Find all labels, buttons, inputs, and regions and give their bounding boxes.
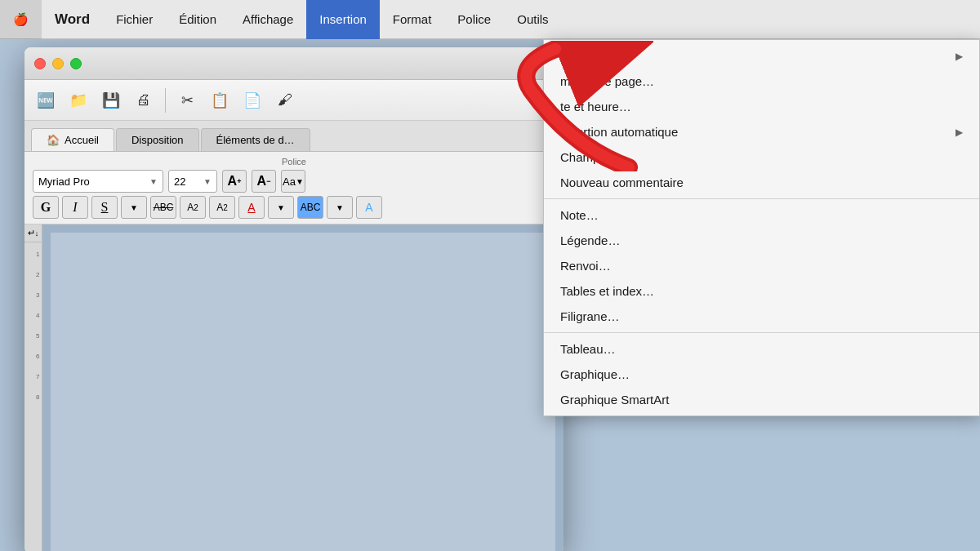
ruler-mark-1: 1 bbox=[36, 251, 39, 258]
tab-elements[interactable]: Éléments de d… bbox=[201, 128, 310, 151]
toolbar: 🆕 📁 💾 🖨 ✂ 📋 📄 🖌 bbox=[24, 80, 564, 121]
ribbon-tabs: 🏠 Accueil Disposition Éléments de d… bbox=[24, 121, 564, 152]
tab-disposition[interactable]: Disposition bbox=[116, 128, 199, 151]
dd-renvoi[interactable]: Renvoi… bbox=[544, 253, 979, 278]
font-color-arrow[interactable]: ▼ bbox=[268, 196, 294, 219]
dd-note[interactable]: Note… bbox=[544, 202, 979, 228]
strikethrough-button[interactable]: ABC bbox=[150, 196, 176, 219]
dd-numeros[interactable]: méros de page… bbox=[544, 69, 979, 94]
ruler-mark-5: 5 bbox=[36, 332, 39, 340]
dd-smartart[interactable]: Graphique SmartArt bbox=[544, 387, 979, 412]
superscript-button[interactable]: A2 bbox=[180, 196, 206, 219]
maximize-button[interactable] bbox=[70, 58, 82, 69]
font-increase-button[interactable]: A+ bbox=[222, 170, 247, 193]
apple-logo: 🍎 bbox=[13, 12, 29, 27]
dd-graphique[interactable]: Graphique… bbox=[544, 362, 979, 387]
cut-button[interactable]: ✂ bbox=[172, 86, 202, 115]
print-button[interactable]: 🖨 bbox=[129, 86, 158, 115]
dd-date[interactable]: te et heure… bbox=[544, 94, 979, 119]
dd-saut[interactable]: ut ▶ bbox=[544, 43, 979, 69]
ruler-mark-6: 6 bbox=[36, 353, 39, 360]
subscript-button[interactable]: A2 bbox=[209, 196, 235, 219]
dd-auto-arrow: ▶ bbox=[956, 127, 963, 138]
dd-legende[interactable]: Légende… bbox=[544, 228, 979, 253]
font-name-select[interactable]: Myriad Pro ▼ bbox=[33, 170, 163, 193]
ruler-mark-3: 3 bbox=[36, 291, 39, 299]
open-button[interactable]: 📁 bbox=[64, 86, 93, 115]
font-decrease-button[interactable]: A− bbox=[252, 170, 276, 193]
dd-saut-arrow: ▶ bbox=[956, 51, 963, 62]
minimize-button[interactable] bbox=[52, 58, 64, 69]
menu-affichage[interactable]: Affichage bbox=[229, 0, 306, 39]
dd-filigrane[interactable]: Filigrane… bbox=[544, 304, 979, 329]
font-panel: Police Myriad Pro ▼ 22 ▼ A+ A− Aa▼ G I S… bbox=[24, 152, 564, 224]
tab-accueil[interactable]: 🏠 Accueil bbox=[31, 128, 114, 151]
insertion-dropdown: ut ▶ méros de page… te et heure… Inserti… bbox=[543, 39, 980, 416]
toolbar-sep-1 bbox=[165, 88, 166, 113]
underline-arrow[interactable]: ▼ bbox=[121, 196, 147, 219]
dd-insertion-auto[interactable]: Insertion automatique ▶ bbox=[544, 119, 979, 144]
word-window: 🆕 📁 💾 🖨 ✂ 📋 📄 🖌 🏠 Accueil Disposition Él… bbox=[24, 47, 564, 551]
font-name-arrow: ▼ bbox=[149, 177, 158, 186]
title-bar bbox=[24, 47, 564, 80]
copy-button[interactable]: 📋 bbox=[205, 86, 234, 115]
clear-format-button[interactable]: A bbox=[356, 196, 382, 219]
menu-outils[interactable]: Outils bbox=[504, 0, 561, 39]
italic-button[interactable]: I bbox=[62, 196, 88, 219]
dd-champ[interactable]: Champ… bbox=[544, 144, 979, 170]
save-button[interactable]: 💾 bbox=[96, 86, 126, 115]
page-area[interactable] bbox=[42, 224, 564, 551]
menu-insertion[interactable]: Insertion bbox=[306, 0, 380, 39]
menu-word[interactable]: Word bbox=[42, 0, 103, 39]
ruler-mark-4: 4 bbox=[36, 312, 39, 319]
highlight-button[interactable]: ABC bbox=[297, 196, 323, 219]
ruler-mark-7: 7 bbox=[36, 373, 39, 380]
home-icon: 🏠 bbox=[47, 134, 60, 146]
font-size-select[interactable]: 22 ▼ bbox=[168, 170, 217, 193]
document-area: ↵↓ 1 2 3 4 5 6 7 8 bbox=[24, 224, 564, 551]
menu-edition[interactable]: Édition bbox=[166, 0, 229, 39]
close-button[interactable] bbox=[34, 58, 46, 69]
apple-menu[interactable]: 🍎 bbox=[0, 0, 42, 39]
underline-button[interactable]: S bbox=[91, 196, 118, 219]
dd-separator-2 bbox=[544, 332, 979, 333]
ruler-mark-2: 2 bbox=[36, 271, 39, 278]
new-button[interactable]: 🆕 bbox=[31, 86, 60, 115]
document-page[interactable] bbox=[51, 233, 555, 551]
dd-commentaire[interactable]: Nouveau commentaire bbox=[544, 170, 979, 195]
ruler-mark-8: 8 bbox=[36, 393, 39, 401]
menu-fichier[interactable]: Fichier bbox=[103, 0, 166, 39]
bold-button[interactable]: G bbox=[33, 196, 59, 219]
menu-format[interactable]: Format bbox=[380, 0, 445, 39]
font-size-arrow: ▼ bbox=[203, 177, 212, 186]
paste-button[interactable]: 📄 bbox=[238, 86, 267, 115]
font-case-button[interactable]: Aa▼ bbox=[281, 170, 305, 193]
menu-bar: 🍎 Word Fichier Édition Affichage Inserti… bbox=[0, 0, 980, 39]
font-panel-title: Police bbox=[33, 157, 555, 167]
menu-police[interactable]: Police bbox=[444, 0, 504, 39]
dd-tables[interactable]: Tables et index… bbox=[544, 278, 979, 304]
vertical-ruler: 1 2 3 4 5 6 7 8 bbox=[24, 242, 42, 551]
highlight-arrow[interactable]: ▼ bbox=[327, 196, 353, 219]
font-color-button[interactable]: A bbox=[238, 196, 265, 219]
dd-separator-1 bbox=[544, 198, 979, 199]
format-painter-button[interactable]: 🖌 bbox=[270, 86, 300, 115]
dd-tableau[interactable]: Tableau… bbox=[544, 336, 979, 362]
ruler-corner: ↵↓ bbox=[24, 224, 42, 242]
